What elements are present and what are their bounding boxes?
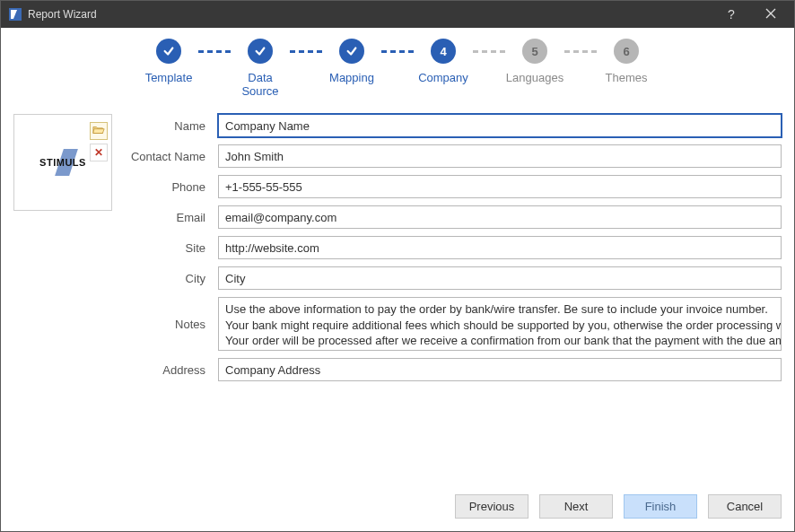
contact-name-field[interactable] [218, 144, 782, 168]
step-connector [564, 50, 597, 53]
titlebar: Report Wizard ? [1, 1, 794, 28]
logo-text: STIMULS [39, 157, 86, 168]
step-connector [381, 50, 414, 53]
step-number: 4 [431, 39, 456, 64]
cancel-button[interactable]: Cancel [708, 494, 782, 519]
close-icon [765, 7, 776, 22]
notes-field[interactable] [218, 297, 782, 351]
label-email: Email [130, 211, 218, 224]
city-field[interactable] [218, 266, 782, 290]
label-city: City [130, 272, 218, 285]
label-contact-name: Contact Name [130, 150, 218, 163]
step-languages[interactable]: 5 Languages [505, 39, 564, 98]
wizard-stepper: Template Data Source Mapping 4 Company 5… [8, 35, 787, 114]
step-themes[interactable]: 6 Themes [597, 39, 656, 98]
company-form: Name Contact Name Phone Email Site City [130, 114, 782, 484]
previous-button[interactable]: Previous [455, 494, 529, 519]
logo-image: STIMULS [23, 142, 102, 183]
window-title: Report Wizard [28, 8, 712, 21]
step-connector [198, 50, 231, 53]
wizard-footer: Previous Next Finish Cancel [8, 484, 787, 531]
step-connector [473, 50, 505, 53]
open-logo-button[interactable] [90, 122, 108, 140]
step-label: Data Source [231, 71, 290, 98]
address-field[interactable] [218, 358, 782, 381]
phone-field[interactable] [218, 175, 782, 198]
close-button[interactable] [751, 2, 791, 27]
step-mapping[interactable]: Mapping [322, 39, 381, 98]
site-field[interactable] [218, 236, 782, 259]
step-connector [290, 50, 322, 53]
label-notes: Notes [130, 318, 218, 331]
folder-open-icon [92, 124, 105, 139]
step-company[interactable]: 4 Company [414, 39, 473, 98]
help-icon: ? [728, 7, 735, 22]
step-label: Mapping [329, 71, 374, 84]
label-address: Address [130, 363, 218, 377]
finish-button[interactable]: Finish [624, 494, 697, 519]
name-field[interactable] [218, 114, 782, 137]
app-icon [8, 7, 22, 22]
check-icon [156, 39, 181, 64]
check-icon [248, 39, 273, 64]
step-label: Themes [606, 71, 648, 84]
step-label: Company [418, 71, 468, 84]
step-number: 6 [614, 39, 639, 64]
step-number: 5 [522, 39, 547, 64]
logo-preview: ✕ STIMULS [13, 114, 112, 211]
check-icon [339, 39, 364, 64]
label-site: Site [130, 241, 218, 255]
label-phone: Phone [130, 180, 218, 194]
step-label: Template [145, 71, 193, 84]
label-name: Name [130, 119, 218, 133]
step-data-source[interactable]: Data Source [231, 39, 290, 98]
help-button[interactable]: ? [712, 2, 751, 27]
step-label: Languages [506, 71, 563, 84]
next-button[interactable]: Next [539, 494, 613, 519]
email-field[interactable] [218, 205, 782, 229]
step-template[interactable]: Template [139, 39, 198, 98]
